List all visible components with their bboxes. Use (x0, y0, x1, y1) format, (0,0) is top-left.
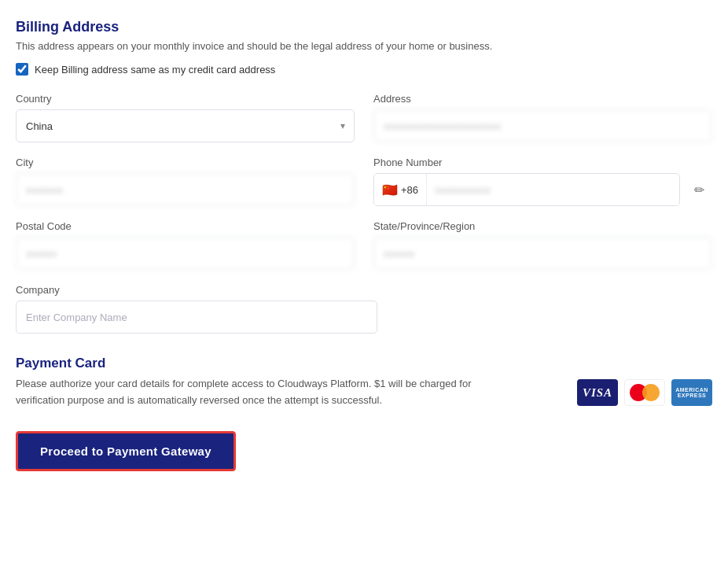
phone-prefix[interactable]: 🇨🇳 +86 (374, 174, 427, 205)
state-input[interactable] (373, 237, 712, 270)
company-label: Company (16, 284, 377, 296)
proceed-to-payment-button[interactable]: Proceed to Payment Gateway (16, 431, 236, 471)
postal-group: Postal Code (16, 220, 355, 270)
payment-section: Payment Card Please authorize your card … (16, 356, 712, 409)
postal-input[interactable] (16, 237, 355, 270)
city-label: City (16, 157, 355, 168)
edit-pencil-icon[interactable]: ✏ (686, 183, 712, 197)
phone-code: +86 (401, 184, 418, 196)
billing-title: Billing Address (16, 19, 712, 35)
billing-description: This address appears on your monthly inv… (16, 40, 712, 52)
phone-group: Phone Number 🇨🇳 +86 ✏ (373, 157, 712, 206)
card-logos: VISA AMERICAN EXPRESS (577, 379, 712, 406)
state-group: State/Province/Region (373, 220, 712, 270)
china-flag-icon: 🇨🇳 (382, 183, 398, 197)
same-address-row: Keep Billing address same as my credit c… (16, 63, 712, 76)
address-group: Address (373, 93, 712, 142)
payment-description: Please authorize your card details for c… (16, 376, 503, 409)
mastercard-logo (624, 379, 665, 406)
state-label: State/Province/Region (373, 220, 712, 232)
country-label: Country (16, 93, 355, 105)
phone-input[interactable] (427, 174, 679, 205)
country-select-wrapper: China United States United Kingdom ▾ (16, 109, 355, 142)
phone-label: Phone Number (373, 157, 712, 168)
mc-orange-circle (642, 384, 660, 401)
phone-row: 🇨🇳 +86 (373, 173, 680, 206)
payment-title: Payment Card (16, 356, 712, 371)
visa-card-logo: VISA (577, 379, 618, 406)
phone-wrapper: 🇨🇳 +86 ✏ (373, 173, 712, 206)
amex-card-logo: AMERICAN EXPRESS (671, 379, 712, 406)
company-input[interactable] (16, 301, 377, 334)
address-input[interactable] (373, 109, 712, 142)
billing-form: Country China United States United Kingd… (16, 93, 712, 334)
amex-text: AMERICAN (675, 387, 708, 393)
address-label: Address (373, 93, 712, 105)
same-address-checkbox[interactable] (16, 63, 28, 76)
same-address-label: Keep Billing address same as my credit c… (35, 64, 275, 76)
country-group: Country China United States United Kingd… (16, 93, 355, 142)
billing-section: Billing Address This address appears on … (16, 19, 712, 334)
city-group: City (16, 157, 355, 206)
city-input[interactable] (16, 173, 355, 206)
country-select[interactable]: China United States United Kingdom (16, 109, 355, 142)
payment-row: Please authorize your card details for c… (16, 376, 712, 409)
company-group: Company (16, 284, 377, 334)
postal-label: Postal Code (16, 220, 355, 232)
amex-express-text: EXPRESS (678, 393, 707, 398)
